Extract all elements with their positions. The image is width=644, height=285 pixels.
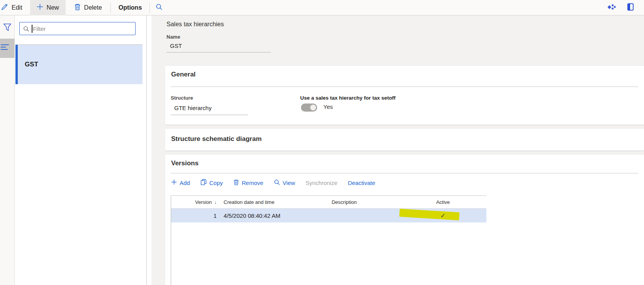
name-field-label: Name [167, 34, 180, 40]
synchronize-button[interactable]: Synchronize [306, 180, 338, 186]
new-plus-icon [37, 3, 43, 12]
remove-trash-icon [233, 179, 239, 187]
options-button-label: Options [119, 4, 142, 11]
filter-field [19, 22, 136, 35]
edit-pencil-icon [1, 3, 8, 12]
side-icon-strip [0, 15, 15, 285]
delete-button[interactable]: Delete [69, 0, 107, 15]
column-header-label: Version [195, 199, 212, 205]
text-cursor [32, 25, 32, 33]
column-header-active[interactable]: Active [415, 196, 486, 208]
copy-button[interactable]: Copy [201, 179, 223, 187]
view-magnifier-icon [274, 179, 280, 187]
search-icon [156, 3, 163, 12]
list-item-label: GST [15, 61, 38, 68]
add-button-label: Add [180, 180, 190, 186]
filter-input[interactable] [33, 22, 133, 35]
form-main-area: Sales tax hierarchies Name GST General S… [147, 15, 644, 285]
name-field-underline [167, 52, 271, 53]
delete-trash-icon [74, 3, 81, 12]
column-header-version[interactable]: Version ↓ [171, 196, 218, 208]
schematic-section-heading[interactable]: Structure schematic diagram [171, 135, 262, 143]
synchronize-button-label: Synchronize [306, 180, 338, 186]
copy-button-label: Copy [209, 180, 223, 186]
cell-version: 1 [171, 209, 218, 222]
column-header-label: Description [331, 199, 357, 205]
record-list-panel: GST [15, 15, 147, 285]
section-divider [171, 173, 638, 173]
add-plus-icon [171, 179, 177, 186]
structure-field-label: Structure [171, 95, 193, 101]
table-row[interactable]: 1 4/5/2020 08:40:42 AM ✓ [171, 209, 486, 222]
versions-grid: Version ↓ Creation date and time Descrip… [171, 195, 486, 285]
setoff-toggle[interactable] [301, 103, 317, 112]
general-section-heading[interactable]: General [171, 71, 195, 78]
list-item-gst[interactable]: GST [15, 44, 143, 84]
page-title: Sales tax hierarchies [167, 21, 224, 28]
options-button[interactable]: Options [111, 0, 150, 15]
delete-button-label: Delete [84, 4, 102, 11]
toggle-knob [310, 105, 316, 110]
active-check-icon: ✓ [440, 212, 445, 219]
versions-section-heading[interactable]: Versions [171, 159, 199, 167]
column-header-label: Active [436, 199, 450, 205]
versions-grid-header: Version ↓ Creation date and time Descrip… [171, 196, 486, 209]
cell-active: ✓ [415, 209, 486, 222]
search-icon [23, 26, 29, 34]
list-lines-icon [1, 44, 11, 53]
filter-funnel-icon[interactable] [2, 22, 12, 34]
column-header-description[interactable]: Description [331, 196, 415, 208]
remove-button-label: Remove [242, 180, 263, 186]
cell-creation-date: 4/5/2020 08:40:42 AM [218, 209, 331, 222]
office-logo-icon[interactable] [626, 3, 635, 13]
edit-button-label: Edit [12, 4, 22, 11]
deactivate-button-label: Deactivate [348, 180, 375, 186]
deactivate-button[interactable]: Deactivate [348, 180, 375, 186]
edit-button[interactable]: Edit [0, 0, 28, 15]
copy-pages-icon [201, 179, 207, 187]
column-header-label: Creation date and time [224, 199, 275, 205]
column-header-creation[interactable]: Creation date and time [218, 196, 331, 208]
schematic-section: Structure schematic diagram [165, 129, 644, 151]
view-button[interactable]: View [274, 179, 295, 187]
view-button-label: View [283, 180, 295, 186]
add-button[interactable]: Add [171, 179, 190, 186]
versions-section: Versions Add Copy [165, 154, 644, 285]
new-button[interactable]: New [30, 0, 66, 15]
dynamics-diamonds-icon[interactable] [607, 3, 616, 12]
sort-descending-icon: ↓ [214, 199, 217, 205]
section-divider [171, 87, 638, 87]
setoff-toggle-label: Use a sales tax hierarchy for tax setoff [300, 95, 396, 101]
new-button-label: New [47, 4, 59, 11]
app-command-bar: Edit New Delete Options [0, 0, 644, 15]
structure-field-value[interactable]: GTE hierarchy [174, 105, 212, 111]
remove-button[interactable]: Remove [233, 179, 263, 187]
general-section: General Structure GTE hierarchy Use a sa… [165, 66, 644, 125]
search-button[interactable] [150, 0, 168, 15]
app-window: Edit New Delete Options [0, 0, 644, 285]
versions-toolbar: Add Copy Remove [171, 176, 375, 189]
structure-field-underline [171, 115, 248, 115]
sidebar-item-list-view[interactable] [0, 39, 15, 58]
name-field-value[interactable]: GST [170, 42, 182, 49]
setoff-toggle-value: Yes [323, 103, 333, 110]
